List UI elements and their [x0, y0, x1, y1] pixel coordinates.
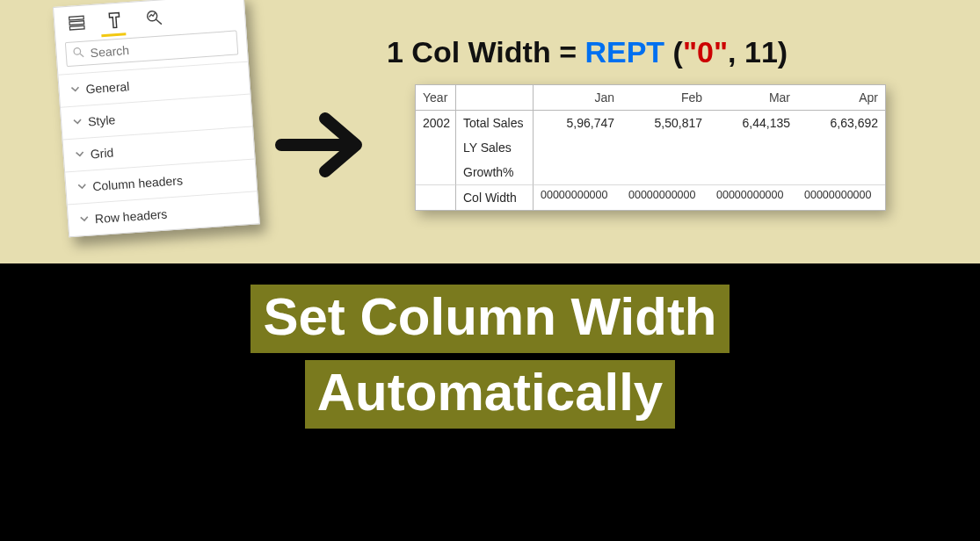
search-input[interactable]	[84, 34, 232, 62]
col-header	[456, 85, 534, 111]
fields-tab-icon[interactable]	[67, 12, 87, 32]
cell-value: 00000000000	[621, 184, 709, 210]
svg-rect-0	[69, 16, 84, 20]
analytics-tab-icon[interactable]	[143, 7, 163, 27]
table-row: Col Width 00000000000 00000000000 000000…	[416, 184, 885, 210]
format-pane: General Style Grid Column headers Row he…	[53, 0, 260, 237]
cell-value: 5,96,747	[534, 111, 621, 135]
banner: General Style Grid Column headers Row he…	[0, 0, 980, 263]
cell-label: Growth%	[456, 160, 534, 184]
cell-value	[709, 135, 797, 160]
cell-value	[797, 160, 885, 184]
formula-quote: "	[714, 35, 728, 69]
section-label: General	[85, 79, 130, 96]
cell-year: 2002	[416, 111, 456, 135]
cell-year	[416, 135, 456, 160]
section-label: Grid	[90, 146, 114, 162]
cell-value: 5,50,817	[621, 111, 709, 135]
col-header: Mar	[709, 85, 797, 111]
cell-value: 00000000000	[534, 184, 621, 210]
svg-rect-1	[69, 21, 84, 25]
cell-year	[416, 160, 456, 184]
cell-value	[621, 160, 709, 184]
cell-value	[709, 160, 797, 184]
col-header: Feb	[621, 85, 709, 111]
cell-value: 00000000000	[709, 184, 797, 210]
format-tab-icon[interactable]	[105, 10, 125, 30]
formula-num: 11	[744, 35, 778, 69]
col-header: Year	[416, 85, 456, 111]
formula-lhs: 1 Col Width	[387, 35, 551, 69]
search-icon	[71, 45, 85, 62]
cell-label: LY Sales	[456, 135, 534, 160]
cell-value: 6,44,135	[709, 111, 797, 135]
chevron-down-icon	[78, 213, 90, 227]
svg-rect-2	[69, 25, 84, 30]
col-header: Jan	[534, 85, 621, 111]
cell-value	[621, 135, 709, 160]
headline-text: Set Column Width	[263, 287, 716, 346]
svg-point-4	[74, 47, 81, 54]
table-row: Growth%	[416, 160, 885, 184]
formula-quote: "	[683, 35, 697, 69]
search-input-wrap[interactable]	[65, 30, 238, 67]
headline-line: Set Column Width	[250, 285, 729, 353]
section-label: Style	[88, 112, 116, 128]
dax-formula: 1 Col Width = REPT ("0", 11)	[387, 35, 788, 69]
section-label: Row headers	[94, 207, 167, 227]
section-label: Column headers	[92, 173, 184, 193]
formula-comma: ,	[728, 35, 736, 69]
headline-text: Automatically	[317, 363, 663, 422]
arrow-icon	[272, 105, 378, 188]
headline-line: Automatically	[305, 360, 675, 429]
chevron-down-icon	[76, 180, 88, 195]
active-tab-indicator	[101, 32, 126, 37]
cell-value	[534, 160, 621, 184]
cell-value	[797, 135, 885, 160]
table-row: LY Sales	[416, 135, 885, 160]
cell-label: Total Sales	[456, 111, 534, 135]
formula-fn: REPT	[584, 35, 664, 69]
table-header-row: Year Jan Feb Mar Apr	[416, 85, 885, 111]
formula-eq: =	[559, 35, 577, 69]
formula-str: 0	[697, 35, 714, 69]
matrix-visual: Year Jan Feb Mar Apr 2002 Total Sales 5,…	[415, 84, 886, 211]
cell-value: 00000000000	[797, 184, 885, 210]
chevron-down-icon	[72, 115, 83, 130]
table-body: 2002 Total Sales 5,96,747 5,50,817 6,44,…	[416, 111, 885, 210]
headline: Set Column Width Automatically	[0, 281, 980, 432]
formula-close: )	[778, 35, 788, 69]
cell-label: Col Width	[456, 184, 534, 210]
chevron-down-icon	[74, 148, 85, 162]
formula-open: (	[673, 35, 683, 69]
col-header: Apr	[797, 85, 885, 111]
chevron-down-icon	[69, 83, 81, 97]
cell-value: 6,63,692	[797, 111, 885, 135]
cell-value	[534, 135, 621, 160]
cell-year	[416, 184, 456, 210]
table-row: 2002 Total Sales 5,96,747 5,50,817 6,44,…	[416, 111, 885, 135]
